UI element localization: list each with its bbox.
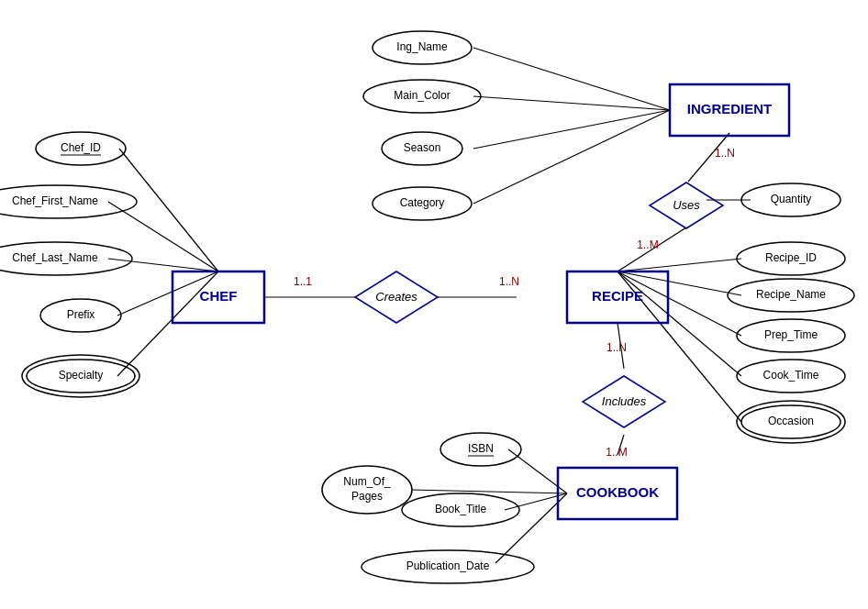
er-diagram-canvas [0, 0, 868, 609]
